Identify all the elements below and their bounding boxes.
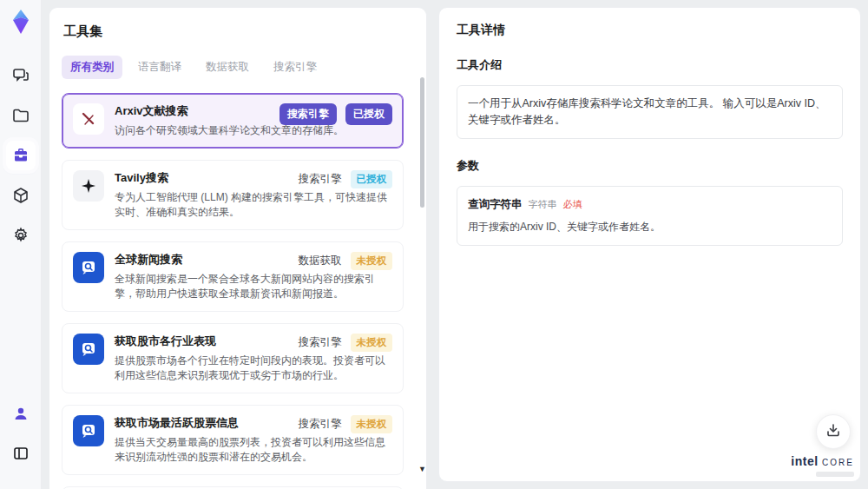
parameter-type: 字符串 (529, 198, 557, 211)
tool-description: 提供当天交易量最高的股票列表，投资者可以利用这些信息来识别流动性强的股票和潜在的… (115, 435, 392, 465)
status-badge: 未授权 (351, 252, 393, 270)
nav-tools-button[interactable] (6, 141, 36, 170)
toolbox-icon (12, 147, 30, 164)
scroll-down-caret-icon[interactable]: ▼ (418, 466, 426, 473)
left-nav-rail (0, 0, 42, 489)
params-heading: 参数 (457, 158, 843, 174)
arxiv-icon (73, 103, 104, 135)
sparkle-icon (73, 170, 104, 202)
category-label: 搜索引擎 (299, 335, 342, 350)
tool-detail-panel: 工具详情 工具介绍 一个用于从Arxiv存储库搜索科学论文和文章的工具。 输入可… (438, 7, 861, 482)
tool-description: 全球新闻搜索是一个聚合全球各大新闻网站内容的搜索引擎，帮助用户快速获取全球最新资… (115, 272, 392, 301)
status-badge: 已授权 (351, 170, 393, 188)
tool-card-arxiv[interactable]: Arxiv文献搜索 访问各个研究领域大量科学论文和文章的存储库。 搜索引擎 已授… (62, 93, 404, 149)
cube-icon (12, 187, 30, 204)
tool-card-global-news[interactable]: 全球新闻搜索 全球新闻搜索是一个聚合全球各大新闻网站内容的搜索引擎，帮助用户快速… (62, 241, 404, 312)
news-search-icon (73, 252, 104, 283)
intel-core-logo: intel CORE (791, 454, 854, 477)
tab-data-fetch[interactable]: 数据获取 (197, 56, 258, 79)
brand-secondary: CORE (822, 458, 854, 467)
app-logo-icon (8, 9, 34, 35)
tools-panel: 工具集 所有类别 语言翻译 数据获取 搜索引擎 Arxiv文献搜索 访问各个研究… (49, 7, 427, 489)
tab-search-engine[interactable]: 搜索引擎 (265, 56, 326, 79)
detail-title: 工具详情 (457, 23, 843, 38)
gear-icon (12, 227, 30, 244)
status-badge: 未授权 (351, 415, 393, 433)
tool-card-most-active-stocks[interactable]: 获取市场最活跃股票信息 提供当天交易量最高的股票列表，投资者可以利用这些信息来识… (62, 405, 404, 475)
category-label: 搜索引擎 (299, 417, 342, 432)
news-search-icon (73, 415, 104, 446)
list-scrollbar[interactable] (420, 77, 424, 479)
parameter-item: 查询字符串 字符串 必填 用于搜索的Arxiv ID、关键字或作者姓名。 (457, 186, 843, 246)
chat-icon (12, 67, 30, 84)
nav-packages-button[interactable] (6, 181, 36, 210)
nav-files-button[interactable] (6, 101, 36, 130)
category-label: 搜索引擎 (299, 172, 342, 187)
category-label: 数据获取 (299, 254, 342, 268)
tool-card-list: Arxiv文献搜索 访问各个研究领域大量科学论文和文章的存储库。 搜索引擎 已授… (62, 93, 412, 489)
tab-language-translation[interactable]: 语言翻译 (129, 56, 190, 79)
tool-description: 提供股票市场各个行业在特定时间段内的表现。投资者可以利用这些信息来识别表现优于或… (115, 354, 392, 383)
parameter-name: 查询字符串 (468, 197, 523, 212)
brand-primary: intel (791, 454, 818, 468)
nav-account-button[interactable] (6, 399, 36, 428)
collapse-sidebar-button[interactable] (6, 439, 36, 468)
user-icon (12, 405, 30, 422)
tool-card-tavily[interactable]: Tavily搜索 专为人工智能代理 (LLM) 构建的搜索引擎工具，可快速提供实… (62, 160, 404, 230)
status-badge: 已授权 (345, 103, 392, 125)
tool-card-sector-performance[interactable]: 获取股市各行业表现 提供股票市场各个行业在特定时间段内的表现。投资者可以利用这些… (62, 323, 404, 393)
page-title: 工具集 (63, 23, 412, 40)
news-search-icon (73, 334, 104, 365)
panel-toggle-icon (12, 445, 30, 462)
folder-icon (12, 107, 30, 124)
category-tabs: 所有类别 语言翻译 数据获取 搜索引擎 (62, 56, 412, 79)
tool-description: 访问各个研究领域大量科学论文和文章的存储库。 (115, 123, 392, 138)
tab-all-categories[interactable]: 所有类别 (62, 56, 122, 79)
nav-chat-button[interactable] (6, 61, 36, 90)
download-icon (825, 422, 841, 441)
category-badge: 搜索引擎 (279, 103, 337, 125)
scrollbar-thumb[interactable] (420, 77, 424, 208)
parameter-required-flag: 必填 (563, 198, 582, 211)
nav-settings-button[interactable] (6, 221, 36, 250)
intro-heading: 工具介绍 (457, 57, 843, 73)
parameter-description: 用于搜索的Arxiv ID、关键字或作者姓名。 (468, 220, 832, 235)
tool-intro-text: 一个用于从Arxiv存储库搜索科学论文和文章的工具。 输入可以是Arxiv ID… (457, 85, 843, 139)
download-button[interactable] (816, 414, 851, 449)
tool-description: 专为人工智能代理 (LLM) 构建的搜索引擎工具，可快速提供实时、准确和真实的结… (115, 190, 392, 220)
status-badge: 未授权 (351, 334, 393, 352)
brand-subtext-bar (816, 472, 854, 477)
